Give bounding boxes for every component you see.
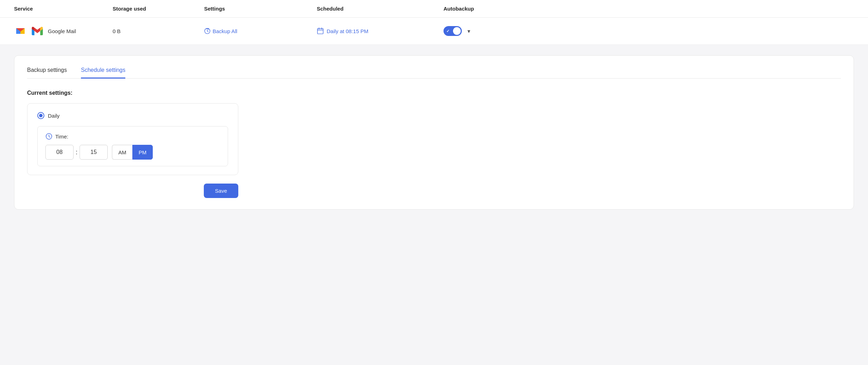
pm-button[interactable]: PM [132, 145, 153, 160]
autobackup-column-header: Autobackup [444, 6, 854, 12]
settings-column-header: Settings [204, 6, 317, 12]
expanded-panel: Backup settings Schedule settings Curren… [0, 45, 868, 224]
autobackup-cell: ✓ ▾ [444, 26, 854, 36]
daily-label: Daily [48, 113, 59, 119]
service-column-header: Service [14, 6, 113, 12]
gmail-icon [14, 25, 27, 37]
svg-marker-2 [34, 27, 40, 33]
scheduled-column-header: Scheduled [317, 6, 444, 12]
toggle-check-icon: ✓ [446, 29, 449, 33]
panel-card: Backup settings Schedule settings Curren… [14, 55, 854, 210]
tab-backup-settings[interactable]: Backup settings [27, 67, 67, 79]
frequency-radio-row: Daily [37, 112, 228, 119]
autobackup-toggle[interactable]: ✓ [444, 26, 462, 36]
save-button[interactable]: Save [204, 184, 238, 198]
time-row-card: Time: : AM PM [37, 126, 228, 166]
tab-schedule-settings[interactable]: Schedule settings [81, 67, 125, 79]
settings-tabs: Backup settings Schedule settings [27, 67, 841, 79]
settings-inner-card: Daily Time: : AM PM [27, 103, 238, 175]
row-expand-chevron[interactable]: ▾ [467, 28, 470, 35]
backup-all-label: Backup All [213, 28, 237, 34]
table-header: Service Storage used Settings Scheduled … [0, 0, 868, 18]
gmail-logo [31, 25, 44, 37]
backup-icon [204, 28, 210, 34]
service-name-label: Google Mail [48, 28, 76, 34]
time-inputs: : AM PM [45, 145, 220, 160]
am-button[interactable]: AM [112, 145, 132, 160]
google-mail-row: Google Mail 0 B Backup All Daily at 08:1… [0, 18, 868, 45]
daily-radio-button[interactable] [37, 112, 44, 119]
toggle-knob [453, 27, 461, 35]
am-pm-group: AM PM [112, 145, 153, 160]
svg-rect-4 [317, 29, 323, 34]
radio-selected-dot [39, 114, 43, 117]
hour-input[interactable] [45, 145, 74, 160]
scheduled-label: Daily at 08:15 PM [327, 28, 368, 34]
scheduled-cell: Daily at 08:15 PM [317, 27, 444, 35]
clock-icon [45, 133, 52, 140]
current-settings-label: Current settings: [27, 90, 841, 96]
storage-column-header: Storage used [113, 6, 204, 12]
save-row: Save [27, 175, 238, 198]
time-header: Time: [45, 133, 220, 140]
time-label: Time: [55, 134, 68, 140]
calendar-icon [317, 27, 324, 35]
backup-all-button[interactable]: Backup All [204, 28, 237, 34]
minute-input[interactable] [80, 145, 108, 160]
service-name-cell: Google Mail [14, 25, 113, 37]
time-colon: : [74, 149, 80, 156]
settings-cell: Backup All [204, 28, 317, 34]
storage-value: 0 B [113, 28, 204, 34]
